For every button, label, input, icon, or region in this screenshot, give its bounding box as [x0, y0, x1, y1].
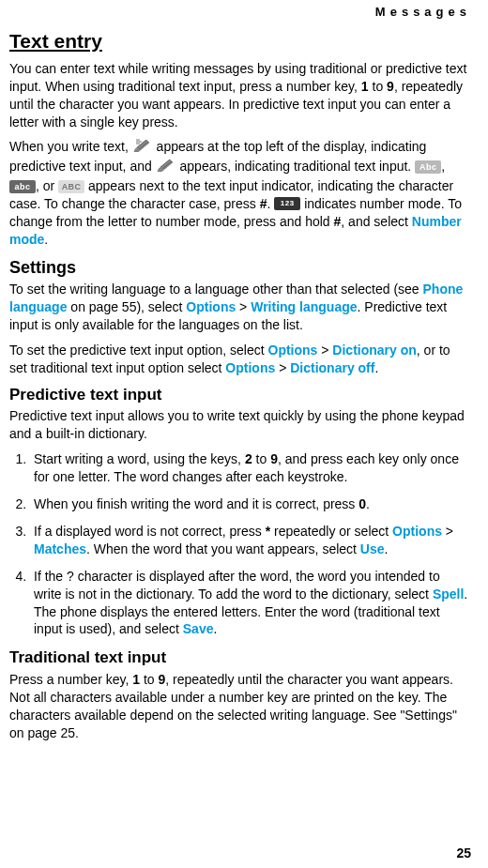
intro-paragraph-1: You can enter text while writing message… [9, 60, 471, 131]
key-1: 1 [361, 79, 369, 94]
number-mode-icon: 123 [274, 197, 300, 210]
text: , or [36, 178, 58, 193]
heading-traditional: Traditional text input [9, 647, 471, 669]
text: to [252, 451, 270, 466]
text: , [441, 160, 445, 175]
list-item: If the ? character is displayed after th… [30, 568, 471, 639]
text: , and select [341, 214, 412, 229]
text: . [44, 232, 48, 247]
abc-lowercase-icon: abc [9, 180, 36, 193]
text: . [366, 496, 370, 511]
link-spell[interactable]: Spell [433, 586, 464, 602]
abc-uppercase-icon: ABC [58, 180, 84, 193]
link-options[interactable]: Options [186, 299, 236, 314]
link-dictionary-on[interactable]: Dictionary on [332, 343, 416, 358]
text: > [317, 343, 332, 358]
traditional-pencil-icon [156, 157, 176, 176]
text: To set the writing language to a languag… [9, 282, 423, 297]
predictive-intro: Predictive text input allows you to writ… [9, 407, 471, 443]
text: Start writing a word, using the keys, [34, 451, 245, 466]
text: to [369, 79, 387, 94]
text: . [385, 541, 389, 556]
key-1: 1 [132, 672, 140, 687]
list-item: When you finish writing the word and it … [30, 495, 471, 513]
list-item: If a displayed word is not correct, pres… [30, 523, 471, 558]
key-0: 0 [358, 496, 366, 511]
text: . [374, 360, 378, 375]
text: to [140, 672, 158, 687]
link-options[interactable]: Options [225, 360, 275, 375]
text: > [442, 524, 453, 539]
predictive-pencil-icon [132, 137, 153, 157]
key-2: 2 [245, 451, 252, 466]
page-number: 25 [456, 845, 471, 862]
abc-titlecase-icon: Abc [415, 160, 441, 174]
text: If the ? character is displayed after th… [34, 569, 440, 602]
list-item: Start writing a word, using the keys, 2 … [30, 450, 471, 486]
link-writing-language[interactable]: Writing language [251, 299, 357, 314]
section-header: Messages [9, 4, 471, 21]
text: repeatedly or select [270, 524, 392, 539]
link-matches[interactable]: Matches [34, 541, 86, 556]
text: appears, indicating traditional text inp… [176, 160, 416, 175]
text: on page 55), select [67, 299, 186, 314]
text: When you write text, [9, 140, 132, 155]
settings-paragraph-1: To set the writing language to a languag… [9, 281, 471, 334]
link-save[interactable]: Save [183, 621, 214, 636]
link-use[interactable]: Use [360, 541, 385, 556]
text: If a displayed word is not correct, pres… [34, 524, 266, 539]
heading-settings: Settings [9, 256, 471, 279]
traditional-paragraph: Press a number key, 1 to 9, repeatedly u… [9, 671, 471, 742]
heading-predictive: Predictive text input [9, 385, 471, 406]
settings-paragraph-2: To set the predictive text input option,… [9, 342, 471, 377]
predictive-steps-list: Start writing a word, using the keys, 2 … [9, 450, 471, 638]
link-dictionary-off[interactable]: Dictionary off [290, 360, 374, 375]
text: . [267, 196, 274, 211]
text: . When the word that you want appears, s… [86, 541, 360, 556]
key-9: 9 [387, 79, 394, 94]
heading-text-entry: Text entry [9, 28, 471, 54]
text: Press a number key, [9, 672, 132, 687]
intro-paragraph-2: When you write text, appears at the top … [9, 138, 471, 248]
key-9: 9 [270, 451, 278, 466]
text: . [213, 621, 217, 636]
text: To set the predictive text input option,… [9, 343, 268, 358]
text: > [275, 360, 290, 375]
link-options[interactable]: Options [268, 343, 318, 358]
link-options[interactable]: Options [392, 524, 442, 539]
text: When you finish writing the word and it … [34, 496, 358, 511]
text: > [236, 299, 251, 314]
